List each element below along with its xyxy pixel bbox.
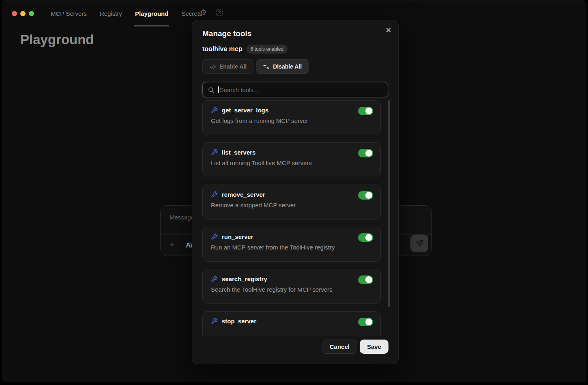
- anthropic-model-icon[interactable]: A\: [186, 241, 192, 249]
- tool-card: get_server_logs Get logs from a running …: [202, 100, 381, 135]
- close-icon[interactable]: ✕: [384, 26, 393, 34]
- tool-description: List all running ToolHive MCP servers: [211, 159, 372, 166]
- help-icon[interactable]: ?: [216, 9, 223, 16]
- tool-description: Search the ToolHive registry for MCP ser…: [211, 286, 372, 293]
- manage-tools-dialog: Manage tools ✕ toolhive mcp 6 tools enab…: [192, 20, 399, 364]
- tool-list: get_server_logs Get logs from a running …: [202, 100, 381, 336]
- tool-name: list_servers: [222, 149, 255, 156]
- wrench-icon: [211, 107, 218, 114]
- tool-name: search_registry: [222, 275, 267, 282]
- wrench-icon: [211, 191, 218, 198]
- settings-icon[interactable]: ⚙: [200, 9, 207, 16]
- tool-description: Get logs from a running MCP server: [211, 117, 372, 124]
- window-controls: [12, 11, 34, 16]
- tool-card: run_server Run an MCP server from the To…: [202, 227, 381, 262]
- tool-toggle[interactable]: [358, 191, 373, 200]
- list-x-icon: [263, 63, 270, 70]
- nav-item-playground[interactable]: Playground: [134, 0, 170, 26]
- close-window-button[interactable]: [12, 11, 17, 16]
- tool-card: remove_server Remove a stopped MCP serve…: [202, 185, 381, 219]
- tool-toggle[interactable]: [358, 318, 373, 326]
- page-title: Playground: [20, 32, 94, 47]
- wrench-icon: [211, 149, 218, 156]
- send-button[interactable]: [410, 234, 428, 252]
- app-window: MCP Servers Registry Playground Secrets …: [2, 0, 586, 382]
- tool-name: run_server: [222, 233, 253, 240]
- tool-description: Remove a stopped MCP server: [211, 202, 372, 209]
- tool-card: list_servers List all running ToolHive M…: [202, 142, 381, 177]
- tool-toggle[interactable]: [358, 149, 373, 157]
- scrollbar-thumb[interactable]: [388, 100, 390, 307]
- tool-toggle[interactable]: [358, 275, 373, 284]
- tool-card: search_registry Search the ToolHive regi…: [202, 269, 381, 304]
- wrench-icon: [211, 275, 218, 282]
- search-tools-input[interactable]: [220, 86, 383, 93]
- minimize-window-button[interactable]: [20, 11, 26, 16]
- tool-name: remove_server: [222, 191, 265, 198]
- tool-description: Run an MCP server from the ToolHive regi…: [211, 244, 372, 251]
- paper-plane-icon: [415, 239, 423, 247]
- nav-item-mcp-servers[interactable]: MCP Servers: [50, 0, 88, 26]
- server-name: toolhive mcp: [202, 45, 242, 53]
- maximize-window-button[interactable]: [29, 11, 34, 16]
- dialog-title: Manage tools: [202, 29, 388, 38]
- search-icon: [208, 86, 215, 93]
- wrench-icon: [211, 318, 218, 325]
- nav-item-registry[interactable]: Registry: [99, 0, 123, 26]
- double-check-icon: [209, 63, 216, 70]
- disable-all-button[interactable]: Disable All: [256, 59, 309, 74]
- tools-enabled-badge: 6 tools enabled: [247, 45, 288, 54]
- tool-name: stop_server: [222, 318, 256, 325]
- tool-toggle[interactable]: [358, 233, 373, 242]
- cancel-button[interactable]: Cancel: [322, 340, 357, 354]
- text-cursor: [218, 86, 219, 93]
- save-button[interactable]: Save: [360, 340, 388, 354]
- tool-toggle[interactable]: [358, 107, 373, 115]
- search-tools-field[interactable]: [202, 82, 388, 97]
- enable-all-button[interactable]: Enable All: [202, 59, 253, 74]
- main-nav: MCP Servers Registry Playground Secrets: [50, 0, 203, 26]
- wrench-icon: [211, 233, 218, 240]
- attach-plus-icon[interactable]: +: [165, 239, 178, 252]
- tool-name: get_server_logs: [222, 107, 268, 114]
- tool-card: stop_server: [202, 311, 381, 336]
